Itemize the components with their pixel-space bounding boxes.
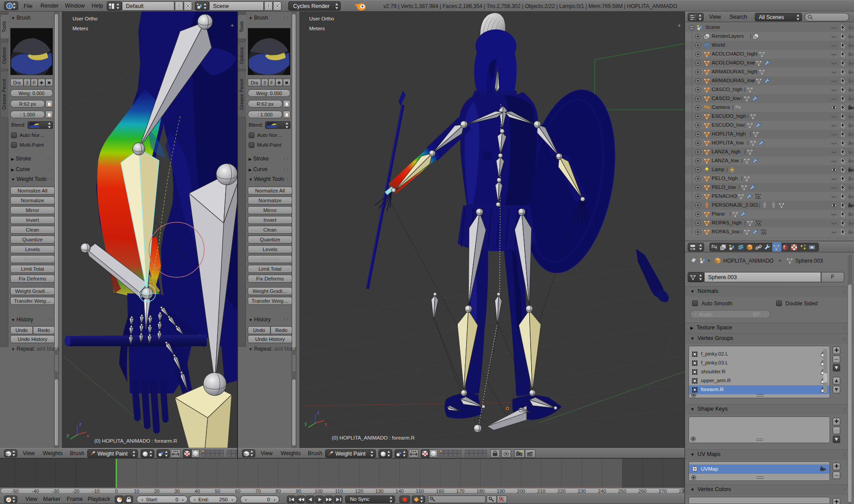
svg-text:i: i <box>9 4 10 8</box>
svg-text:-10: -10 <box>93 488 100 494</box>
svg-text:z: z <box>317 410 319 415</box>
svg-text:130: 130 <box>375 488 383 494</box>
svg-text:z: z <box>79 422 81 427</box>
svg-text:190: 190 <box>497 488 505 494</box>
svg-text:0: 0 <box>115 488 117 494</box>
svg-text:80: 80 <box>275 488 281 494</box>
svg-text:160: 160 <box>436 488 444 494</box>
svg-text:-40: -40 <box>32 488 39 494</box>
svg-text:y: y <box>67 433 69 438</box>
svg-text:120: 120 <box>355 488 363 494</box>
svg-text:-50: -50 <box>12 488 19 494</box>
svg-text:User Ortho: User Ortho <box>309 16 334 21</box>
svg-text:200: 200 <box>517 488 525 494</box>
svg-text:User Ortho: User Ortho <box>73 16 97 21</box>
svg-text:70: 70 <box>255 488 261 494</box>
svg-text:170: 170 <box>456 488 464 494</box>
svg-text:260: 260 <box>638 488 646 494</box>
svg-text:230: 230 <box>578 488 586 494</box>
svg-text:(0) HOPLITA_ANIMADO : forearm.: (0) HOPLITA_ANIMADO : forearm.R <box>332 435 415 440</box>
svg-text:140: 140 <box>395 488 403 494</box>
svg-text:100: 100 <box>314 488 322 494</box>
svg-text:150: 150 <box>416 488 424 494</box>
svg-text:50: 50 <box>215 488 220 494</box>
svg-text:20: 20 <box>154 488 159 494</box>
svg-text:+: + <box>677 22 681 29</box>
svg-text:210: 210 <box>537 488 545 494</box>
svg-text:180: 180 <box>476 488 484 494</box>
svg-text:Meters: Meters <box>309 26 325 31</box>
svg-text:-20: -20 <box>73 488 80 494</box>
svg-text:220: 220 <box>557 488 565 494</box>
svg-text:Meters: Meters <box>73 26 88 31</box>
svg-text:30: 30 <box>174 488 180 494</box>
svg-text:+: + <box>230 22 234 29</box>
svg-text:240: 240 <box>598 488 606 494</box>
svg-text:60: 60 <box>235 488 240 494</box>
svg-text:x: x <box>325 422 327 427</box>
svg-text:x: x <box>87 433 89 438</box>
svg-text:280: 280 <box>679 488 685 494</box>
svg-text:10: 10 <box>134 488 139 494</box>
svg-text:110: 110 <box>335 488 343 494</box>
svg-text:-30: -30 <box>52 488 59 494</box>
svg-text:250: 250 <box>618 488 626 494</box>
svg-text:90: 90 <box>296 488 301 494</box>
svg-text:(0) HOPLITA_ANIMADO : forearm.: (0) HOPLITA_ANIMADO : forearm.R <box>94 438 177 444</box>
svg-text:270: 270 <box>659 488 667 494</box>
svg-text:y: y <box>305 421 307 426</box>
svg-text:40: 40 <box>194 488 200 494</box>
